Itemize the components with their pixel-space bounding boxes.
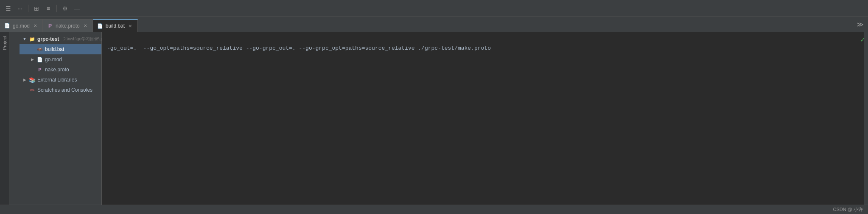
scratch-icon: ✏ bbox=[29, 87, 36, 93]
tab-go-mod-label: go.mod bbox=[13, 23, 30, 29]
nake-proto-label: nake.proto bbox=[45, 67, 69, 73]
tab-bar: 📄 go.mod ✕ P nake.proto ✕ 📄 build.bat ✕ … bbox=[0, 17, 868, 32]
toolbar-divider-1 bbox=[28, 5, 28, 12]
tab-build-bat[interactable]: 📄 build.bat ✕ bbox=[93, 19, 138, 32]
toolbar-icon-menu[interactable]: ☰ bbox=[3, 4, 13, 13]
tab-nake-proto[interactable]: P nake.proto ✕ bbox=[43, 19, 93, 32]
tab-more-button[interactable]: ≫ bbox=[852, 17, 868, 32]
editor-area[interactable]: -go_out=. --go_opt=paths=source_relative… bbox=[102, 32, 868, 205]
tree-item-grpc-test-root[interactable]: ▼ 📁 grpc-test D:\xwh\go学习目录\gRPC\grpc-te… bbox=[20, 34, 101, 44]
arrow-nake-proto bbox=[30, 67, 35, 72]
panel-label-bar: Project bbox=[0, 32, 9, 205]
grpc-test-label: grpc-test bbox=[37, 36, 59, 42]
arrow-scratches bbox=[22, 87, 27, 93]
grpc-test-path: D:\xwh\go学习目录\gRPC\grpc-test bbox=[62, 36, 102, 42]
editor-line-1: -go_out=. --go_opt=paths=source_relative… bbox=[107, 45, 491, 51]
arrow-go-mod: ▶ bbox=[30, 57, 35, 62]
build-bat-label: build.bat bbox=[45, 46, 64, 52]
scratches-consoles-label: Scratches and Consoles bbox=[37, 87, 92, 93]
toolbar-icon-settings[interactable]: ⚙ bbox=[60, 4, 70, 13]
tree-item-external-libraries[interactable]: ▶ 📚 External Libraries bbox=[20, 75, 101, 85]
proto-icon-nake: P bbox=[36, 66, 43, 73]
folder-icon-grpc-test: 📁 bbox=[29, 36, 36, 42]
editor-line-text: -go_out=. --go_opt=paths=source_relative… bbox=[107, 45, 491, 51]
statusbar-right-text: CSDN @ 小许 bbox=[833, 206, 863, 213]
tab-build-bat-close[interactable]: ✕ bbox=[127, 23, 133, 29]
tab-nake-proto-label: nake.proto bbox=[56, 23, 80, 29]
mod-icon-go: 📄 bbox=[36, 56, 43, 63]
nake-proto-icon: P bbox=[47, 23, 53, 29]
go-mod-icon: 📄 bbox=[4, 23, 10, 29]
ext-lib-icon: 📚 bbox=[29, 76, 36, 83]
sidebar: ▼ 📁 grpc-test D:\xwh\go学习目录\gRPC\grpc-te… bbox=[9, 32, 102, 205]
editor-scrollbar[interactable] bbox=[864, 32, 868, 205]
sidebar-content: ▼ 📁 grpc-test D:\xwh\go学习目录\gRPC\grpc-te… bbox=[20, 32, 101, 97]
tree-item-nake-proto[interactable]: P nake.proto bbox=[20, 65, 101, 75]
toolbar-divider-2 bbox=[56, 5, 57, 12]
tree-item-scratches-consoles[interactable]: ✏ Scratches and Consoles bbox=[20, 85, 101, 95]
arrow-external-libs: ▶ bbox=[22, 77, 27, 82]
tab-go-mod[interactable]: 📄 go.mod ✕ bbox=[0, 19, 43, 32]
toolbar-icon-grid[interactable]: ⊞ bbox=[32, 4, 41, 13]
main-area: Project ▼ 📁 grpc-test D:\xwh\go学习目录\gRPC… bbox=[0, 32, 868, 205]
tree-item-go-mod[interactable]: ▶ 📄 go.mod bbox=[20, 54, 101, 65]
bat-icon-build: 🦇 bbox=[36, 46, 43, 53]
status-bar: CSDN @ 小许 bbox=[0, 205, 868, 214]
arrow-grpc-test: ▼ bbox=[22, 37, 27, 42]
arrow-build-bat bbox=[30, 47, 35, 52]
build-bat-icon: 📄 bbox=[97, 23, 103, 29]
toolbar-icon-list[interactable]: ≡ bbox=[44, 4, 53, 13]
go-mod-label: go.mod bbox=[45, 56, 62, 62]
editor-content: -go_out=. --go_opt=paths=source_relative… bbox=[102, 32, 868, 65]
tab-go-mod-close[interactable]: ✕ bbox=[32, 23, 38, 29]
left-panel: Project ▼ 📁 grpc-test D:\xwh\go学习目录\gRPC… bbox=[0, 32, 102, 205]
toolbar-icon-dots[interactable]: ··· bbox=[15, 4, 25, 13]
tree-item-build-bat[interactable]: 🦇 build.bat bbox=[20, 44, 101, 54]
toolbar: ☰ ··· ⊞ ≡ ⚙ — bbox=[0, 0, 868, 17]
external-libraries-label: External Libraries bbox=[37, 77, 77, 83]
tab-build-bat-label: build.bat bbox=[106, 23, 125, 29]
tab-nake-proto-close[interactable]: ✕ bbox=[82, 23, 88, 29]
project-panel-label[interactable]: Project bbox=[1, 32, 8, 54]
toolbar-icon-minimize[interactable]: — bbox=[72, 4, 81, 13]
